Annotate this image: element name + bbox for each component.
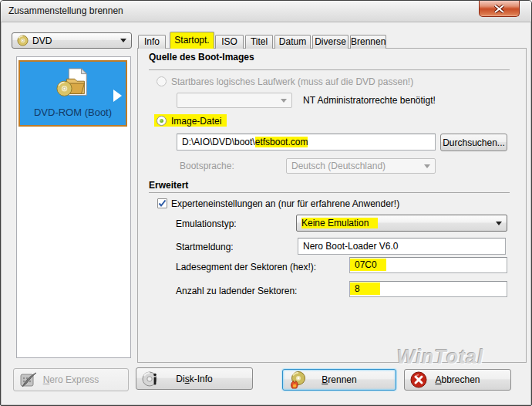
arrow-right-icon — [113, 90, 122, 102]
list-item-dvd-rom-boot[interactable]: DVD-ROM (Boot) — [19, 60, 127, 127]
disk-info-label: Disk-Info — [176, 374, 212, 384]
dvd-rom-boot-icon — [56, 66, 91, 102]
window-title: Zusammenstellung brennen — [8, 1, 123, 22]
disk-info-icon — [142, 370, 160, 388]
bootlang-label: Bootsprache: — [180, 161, 234, 171]
emulation-value: Keine Emulation — [301, 218, 378, 228]
image-path-highlight: etfsboot.com — [255, 137, 308, 147]
radio-image-file[interactable] — [157, 116, 167, 126]
emulation-label: Emulationstyp: — [176, 218, 237, 229]
check-icon — [158, 199, 167, 208]
boot-message-label: Startmeldung: — [176, 242, 234, 252]
titlebar[interactable]: Zusammenstellung brennen — [1, 1, 531, 22]
image-path-prefix: D:\AIO\DVD\boot\ — [182, 137, 255, 147]
brennen-label: Brennen — [322, 374, 356, 385]
tab-iso[interactable]: ISO — [215, 35, 244, 49]
group-title-advanced: Erweitert — [149, 180, 188, 191]
chevron-down-icon — [120, 39, 126, 42]
tab-diverse[interactable]: Diverse — [312, 35, 348, 49]
nero-express-button[interactable]: Nero Express — [13, 368, 129, 391]
tab-info[interactable]: Info — [138, 35, 166, 49]
media-type-value: DVD — [32, 36, 52, 46]
admin-note: NT Administratorrechte benötigt! — [303, 95, 436, 106]
tab-brennen[interactable]: Brennen — [350, 35, 386, 49]
boot-message-input[interactable]: Nero Boot-Loader V6.0 — [298, 238, 506, 255]
abbrechen-button[interactable]: Abbrechen — [404, 369, 511, 391]
group-title-boot-source: Quelle des Boot-Images — [149, 52, 254, 63]
burn-disc-flame-icon — [288, 370, 307, 389]
radio-bootable-drive[interactable] — [157, 76, 167, 86]
media-type-select[interactable]: DVD — [12, 32, 132, 49]
load-segment-input[interactable]: 07C0 — [349, 257, 507, 273]
browse-button[interactable]: Durchsuchen... — [440, 134, 507, 151]
emulation-select[interactable]: Keine Emulation — [296, 215, 507, 232]
bootlang-select[interactable]: Deutsch (Deutschland) — [286, 158, 436, 174]
watermark: WinTotal — [397, 346, 483, 368]
disk-info-button[interactable]: Disk-Info — [136, 367, 253, 390]
radio-image-file-label: Image-Datei — [171, 116, 221, 127]
nero-express-icon — [19, 371, 38, 388]
chevron-down-icon — [281, 99, 287, 103]
list-item-label: DVD-ROM (Boot) — [34, 107, 112, 118]
expert-settings-label: Experteneinstellungen an (nur für erfahr… — [171, 198, 399, 209]
chevron-down-icon — [424, 164, 430, 168]
chevron-down-icon — [496, 222, 502, 225]
sector-count-value: 8 — [350, 283, 380, 295]
tab-startopt[interactable]: Startopt. — [170, 32, 214, 49]
close-button[interactable] — [479, 1, 520, 17]
cancel-icon — [410, 371, 427, 388]
brennen-button[interactable]: Brennen — [282, 369, 396, 391]
close-icon — [494, 5, 504, 13]
sector-count-input[interactable]: 8 — [349, 281, 507, 297]
divider — [149, 192, 510, 193]
divider — [149, 69, 510, 70]
tab-datum[interactable]: Datum — [274, 35, 311, 49]
radio-bootable-drive-label: Startbares logisches Laufwerk (muss auf … — [171, 76, 413, 87]
bootlang-value: Deutsch (Deutschland) — [291, 161, 386, 171]
abbrechen-label: Abbrechen — [435, 374, 480, 385]
sector-count-label: Anzahl zu ladender Sektoren: — [176, 286, 297, 296]
browse-button-label: Durchsuchen... — [443, 137, 505, 148]
dialog-zusammenstellung-brennen: Zusammenstellung brennen DVD — [0, 0, 532, 406]
dvd-disc-icon — [17, 35, 29, 46]
nero-express-label: Nero Express — [43, 374, 99, 385]
boot-message-value: Nero Boot-Loader V6.0 — [303, 241, 398, 252]
drive-select[interactable] — [177, 93, 292, 108]
tab-titel[interactable]: Titel — [245, 35, 273, 49]
compilation-list[interactable]: DVD-ROM (Boot) — [16, 56, 131, 358]
load-segment-label: Ladesegment der Sektoren (hex!): — [176, 262, 316, 272]
load-segment-value: 07C0 — [350, 259, 386, 271]
expert-settings-checkbox[interactable] — [157, 198, 167, 208]
image-path-input[interactable]: D:\AIO\DVD\boot\etfsboot.com — [177, 134, 436, 151]
